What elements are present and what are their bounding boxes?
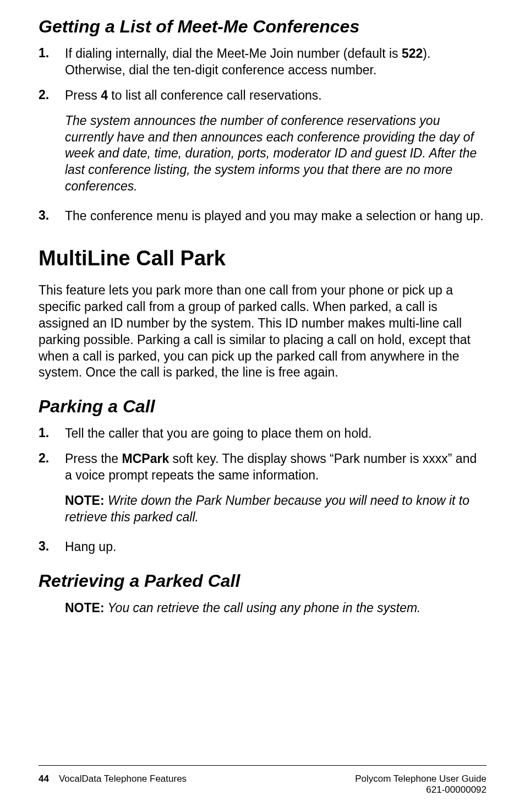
heading-parking-a-call: Parking a Call [39, 396, 486, 417]
footer-section-title: VocalData Telephone Features [59, 773, 187, 784]
list-body: Press the MCPark soft key. The display s… [65, 451, 486, 484]
text: Press the [65, 451, 122, 466]
heading-multiline-call-park: MultiLine Call Park [39, 247, 486, 270]
note-text: You can retrieve the call using any phon… [105, 601, 421, 615]
footer-divider [39, 765, 486, 766]
list-item: 2. Press 4 to list all conference call r… [39, 88, 486, 104]
list-number: 3. [39, 539, 65, 555]
list-number: 2. [39, 451, 65, 484]
footer-left: 44 VocalData Telephone Features [39, 773, 187, 795]
list-item: 1. Tell the caller that you are going to… [39, 426, 486, 442]
note-text: Write down the Park Number because you w… [65, 493, 469, 524]
list-number: 3. [39, 208, 65, 225]
footer-guide-title: Polycom Telephone User Guide [355, 773, 486, 784]
list-item: 2. Press the MCPark soft key. The displa… [39, 451, 486, 484]
paragraph: This feature lets you park more than one… [39, 282, 486, 381]
text: If dialing internally, dial the Meet-Me … [65, 46, 402, 61]
footer-right: Polycom Telephone User Guide 621-0000009… [355, 773, 486, 795]
list-number: 2. [39, 88, 65, 104]
list-item: 1. If dialing internally, dial the Meet-… [39, 46, 486, 79]
text: Press [65, 88, 101, 102]
list-number: 1. [39, 46, 65, 79]
list-number: 1. [39, 426, 65, 442]
heading-getting-list: Getting a List of Meet-Me Conferences [39, 17, 486, 37]
bold-text: 4 [101, 88, 108, 102]
list-body: The conference menu is played and you ma… [65, 208, 484, 225]
text: to list all conference call reservations… [108, 88, 322, 102]
page-number: 44 [39, 773, 49, 784]
page-footer: 44 VocalData Telephone Features Polycom … [39, 765, 486, 795]
list-item: 3. The conference menu is played and you… [39, 208, 486, 225]
note-block: NOTE: Write down the Park Number because… [65, 493, 486, 526]
note-block: NOTE: You can retrieve the call using an… [65, 600, 486, 617]
heading-retrieving-parked-call: Retrieving a Parked Call [39, 571, 486, 591]
list-item: 3. Hang up. [39, 539, 486, 555]
italic-note-block: The system announces the number of confe… [65, 113, 486, 195]
list-body: Tell the caller that you are going to pl… [65, 426, 371, 442]
bold-text: MCPark [122, 451, 169, 466]
note-label: NOTE: [65, 493, 105, 508]
bold-text: 522 [402, 46, 423, 61]
list-body: If dialing internally, dial the Meet-Me … [65, 46, 486, 79]
list-body: Hang up. [65, 539, 116, 555]
list-body: Press 4 to list all conference call rese… [65, 88, 322, 104]
page-content: Getting a List of Meet-Me Conferences 1.… [39, 17, 486, 749]
footer-doc-number: 621-00000092 [355, 784, 486, 795]
footer-row: 44 VocalData Telephone Features Polycom … [39, 773, 486, 795]
note-label: NOTE: [65, 601, 105, 615]
